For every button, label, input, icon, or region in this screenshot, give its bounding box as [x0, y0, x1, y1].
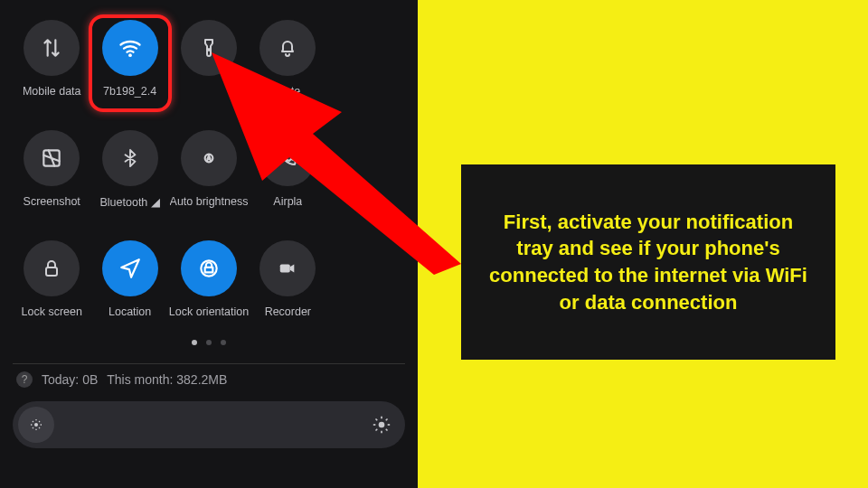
svg-line-22 [386, 429, 388, 431]
svg-line-12 [33, 421, 33, 422]
tile-mute[interactable]: Mute [249, 13, 326, 117]
tile-label: Mute [275, 85, 300, 98]
page-dot[interactable] [192, 340, 197, 345]
bluetooth-icon [102, 130, 158, 186]
tile-mobile-data[interactable]: Mobile data [13, 13, 90, 117]
tile-bluetooth[interactable]: Bluetooth ◢ [90, 123, 168, 228]
tile-label: Location [108, 305, 151, 318]
tile-label: Lock orientation [169, 305, 249, 318]
tile-airplane[interactable]: Airpla [249, 123, 326, 228]
svg-line-14 [33, 427, 33, 428]
lock-screen-icon [24, 240, 80, 296]
brightness-slider[interactable] [13, 401, 405, 448]
tile-screenshot[interactable]: Screenshot [13, 123, 90, 228]
tile-wifi[interactable]: 7b198_2.4 [90, 13, 168, 117]
lock-orientation-icon [181, 240, 237, 296]
mute-icon [259, 20, 316, 76]
svg-point-0 [128, 53, 132, 57]
tile-auto-brightness[interactable]: Auto brightness [169, 123, 249, 228]
page-indicator [13, 340, 405, 345]
usage-today: Today: 0B [42, 372, 98, 387]
brightness-high-icon [373, 416, 391, 434]
page-dot[interactable] [206, 340, 212, 345]
screenshot-icon [24, 130, 80, 186]
svg-rect-4 [46, 267, 57, 276]
usage-month: This month: 382.2MB [107, 372, 227, 387]
tile-label: Bluetooth ◢ [99, 195, 159, 209]
mobile-data-icon [24, 20, 80, 76]
svg-line-15 [39, 421, 40, 422]
tile-label: Mobile data [23, 85, 81, 98]
tile-location[interactable]: Location [90, 233, 168, 338]
tile-flashlight[interactable] [169, 13, 249, 117]
instruction-callout: First, activate your notification tray a… [461, 164, 835, 360]
brightness-thumb[interactable] [18, 407, 54, 443]
tile-label: Lock screen [22, 305, 82, 318]
svg-point-7 [34, 423, 38, 427]
tile-lock-orientation[interactable]: Lock orientation [169, 233, 249, 338]
brightness-low-icon [29, 418, 43, 432]
tile-label: Airpla [273, 195, 302, 208]
svg-rect-6 [280, 264, 290, 272]
tile-label: Screenshot [24, 195, 80, 208]
svg-point-16 [379, 422, 385, 428]
tile-label: Recorder [265, 305, 311, 318]
airplane-icon [259, 130, 316, 186]
callout-text: First, activate your notification tray a… [483, 209, 814, 316]
help-icon: ? [16, 371, 33, 388]
auto-brightness-icon [181, 130, 237, 186]
recorder-icon [259, 240, 316, 296]
data-usage-bar[interactable]: ? Today: 0B This month: 382.2MB [13, 363, 405, 389]
page-dot[interactable] [221, 340, 226, 345]
tiles-grid: Mobile data7b198_2.4MuteScreenshotBlueto… [13, 13, 405, 338]
svg-line-21 [376, 419, 378, 421]
tile-label: 7b198_2.4 [103, 85, 156, 98]
svg-line-24 [386, 419, 388, 421]
svg-line-13 [39, 427, 40, 428]
flashlight-icon [181, 20, 237, 76]
location-icon [102, 240, 158, 296]
tile-recorder[interactable]: Recorder [249, 233, 326, 338]
quick-settings-panel: Mobile data7b198_2.4MuteScreenshotBlueto… [0, 0, 418, 488]
tile-lock-screen[interactable]: Lock screen [13, 233, 90, 338]
wifi-icon [102, 20, 158, 76]
tile-label: Auto brightness [170, 195, 249, 208]
svg-line-23 [376, 429, 378, 431]
